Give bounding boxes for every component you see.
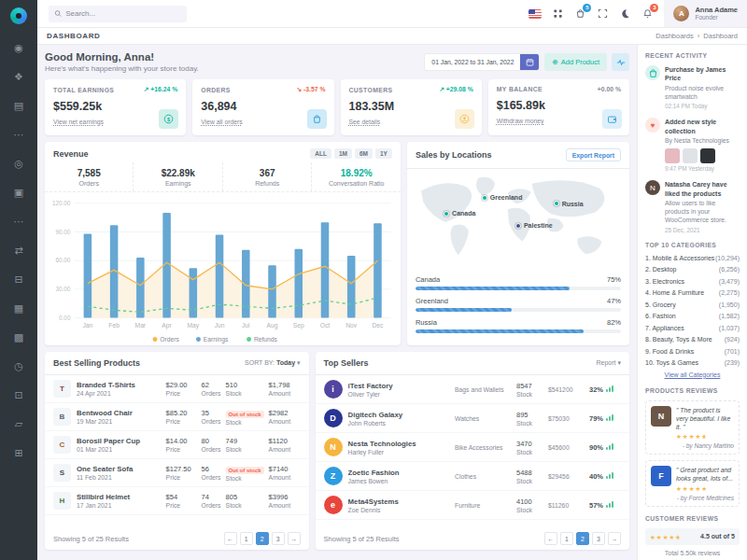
user-avatar: A [673, 6, 689, 21]
pagination-page[interactable]: 1 [240, 532, 253, 545]
external-icon[interactable]: ⊞ [0, 439, 37, 468]
revenue-tab-1y[interactable]: 1Y [375, 148, 392, 159]
seller-category: Clothes [455, 472, 516, 480]
top-sellers-footer: Showing 5 of 25 Results [324, 535, 400, 543]
language-flag-button[interactable] [524, 3, 546, 25]
product-name[interactable]: Branded T-Shirts [77, 381, 166, 389]
revenue-summary-value: 18.92% [312, 168, 400, 178]
revenue-tab-1m[interactable]: 1M [334, 148, 352, 159]
report-dropdown[interactable]: Report ▾ [597, 359, 621, 367]
activity-pulse-button[interactable] [612, 53, 629, 71]
cell-value: $1,798 [269, 381, 301, 389]
map-marker-canada: Canada [444, 210, 475, 217]
apps-grid-icon [553, 8, 563, 19]
date-range-picker[interactable]: 01 Jan, 2022 to 31 Jan, 2022 [424, 53, 540, 71]
chevron-down-icon: ▾ [297, 359, 301, 366]
pagination-page[interactable]: 2 [256, 532, 269, 545]
seller-owner: John Roberts [348, 420, 455, 427]
notifications-button[interactable]: 3 [636, 3, 658, 25]
category-row: 6. Fashion(1,582) [645, 313, 740, 319]
cart-button[interactable]: 5 [569, 3, 591, 25]
seller-company[interactable]: Meta4Systems [348, 497, 455, 506]
product-name[interactable]: One Seater Sofa [77, 465, 166, 473]
pagination-page[interactable]: → [288, 532, 301, 545]
tables-icon[interactable]: ▩ [0, 323, 37, 352]
export-report-button[interactable]: Export Report [566, 148, 621, 161]
activity-thumb [665, 148, 680, 163]
table-row: DDigitech GalaxyJohn RobertsWatches895St… [316, 404, 629, 433]
advance-ui-icon[interactable]: ⇄ [0, 236, 37, 265]
product-name[interactable]: Borosil Paper Cup [77, 437, 166, 445]
user-circle-icon [455, 109, 474, 129]
pagination-page[interactable]: 1 [560, 532, 573, 545]
cell-label: Stock [516, 449, 548, 455]
products-reviews-title: PRODUCTS REVIEWS [645, 387, 740, 394]
seller-company[interactable]: Zoetic Fashion [348, 469, 455, 477]
view-all-categories-link[interactable]: View all Categories [645, 371, 740, 378]
pagination-page[interactable]: 3 [592, 532, 605, 545]
cell-label: Price [166, 502, 202, 509]
stat-link[interactable]: View all orders [201, 119, 242, 125]
revenue-summary-value: 7,585 [45, 168, 133, 178]
user-name: Anna Adame [695, 6, 738, 14]
layouts-icon[interactable]: ▤ [0, 91, 37, 120]
seller-amount: $75030 [548, 414, 589, 422]
pip-icon[interactable]: ⊡ [0, 381, 37, 410]
sort-by-dropdown[interactable]: SORT BY: Today ▾ [245, 359, 301, 367]
stat-link[interactable]: View net earnings [53, 119, 104, 125]
add-product-button[interactable]: ⊕Add Product [544, 53, 607, 71]
cart-badge: 5 [583, 4, 591, 12]
breadcrumb-item[interactable]: Dashboards [655, 32, 693, 40]
product-name[interactable]: Stillbird Helmet [77, 493, 166, 501]
fullscreen-button[interactable] [591, 3, 613, 25]
seller-company[interactable]: iTest Factory [348, 382, 455, 390]
customer-score-text: 4.5 out of 5 [700, 533, 735, 539]
product-thumbnail: S [53, 464, 71, 482]
table-cell: $2982Amount [269, 409, 301, 425]
calendar-button[interactable] [520, 54, 539, 70]
search-input[interactable] [65, 9, 181, 18]
category-row: 5. Grocery(1,950) [645, 301, 740, 308]
seller-percentage: 90% [589, 443, 621, 452]
seller-company[interactable]: Nesta Technologies [348, 440, 455, 448]
category-name: 1. Mobile & Accessories [645, 255, 714, 261]
category-row: 3. Electronics(3,479) [645, 278, 740, 285]
fullscreen-icon [598, 8, 608, 19]
auth-icon[interactable]: ◎ [0, 149, 37, 178]
category-row: 1. Mobile & Accessories(10,294) [645, 255, 740, 261]
pages-dots-icon[interactable]: ⋯ [0, 120, 37, 149]
revenue-tab-6m[interactable]: 6M [355, 148, 373, 159]
product-name[interactable]: Bentwood Chair [77, 409, 166, 417]
activity-item: Purchase by James PriceProduct noise evo… [645, 65, 740, 109]
more-dots-icon[interactable]: ⋯ [0, 207, 37, 236]
dashboards-icon[interactable]: ◉ [0, 34, 37, 63]
category-name: 7. Appliances [645, 325, 684, 331]
apps-grid-button[interactable] [546, 3, 569, 25]
pagination-page[interactable]: ← [224, 532, 237, 545]
stat-link[interactable]: See details [349, 119, 381, 125]
pagination-page[interactable]: → [608, 532, 621, 545]
seller-company[interactable]: Digitech Galaxy [348, 411, 455, 419]
apps-icon[interactable]: ❖ [0, 63, 37, 91]
map-marker-label: Palestine [524, 222, 553, 229]
search-box[interactable] [49, 6, 187, 22]
cell-value: 74 [202, 493, 226, 501]
charts-icon[interactable]: ▦ [0, 294, 37, 323]
pagination-page[interactable]: ← [544, 532, 557, 545]
forms-icon[interactable]: ⊟ [0, 265, 37, 294]
breadcrumb-item[interactable]: Dashboard [703, 32, 738, 40]
top-sellers-pagination: ←123→ [544, 532, 621, 545]
dark-mode-button[interactable] [613, 3, 636, 25]
mini-bars-icon [606, 414, 613, 421]
widgets-icon[interactable]: ▣ [0, 178, 37, 207]
revenue-tab-all[interactable]: ALL [310, 148, 331, 159]
history-icon[interactable]: ◷ [0, 352, 37, 381]
stat-link[interactable]: Withdraw money [497, 118, 544, 124]
maps-icon[interactable]: ▱ [0, 410, 37, 439]
app-logo[interactable] [0, 0, 37, 32]
pagination-page[interactable]: 2 [576, 532, 589, 545]
pagination-page[interactable]: 3 [272, 532, 285, 545]
user-menu[interactable]: A Anna Adame Founder [664, 0, 747, 27]
recent-activity-title: RECENT ACTIVITY [645, 52, 740, 59]
activity-panel: RECENT ACTIVITY Purchase by James PriceP… [637, 45, 747, 560]
